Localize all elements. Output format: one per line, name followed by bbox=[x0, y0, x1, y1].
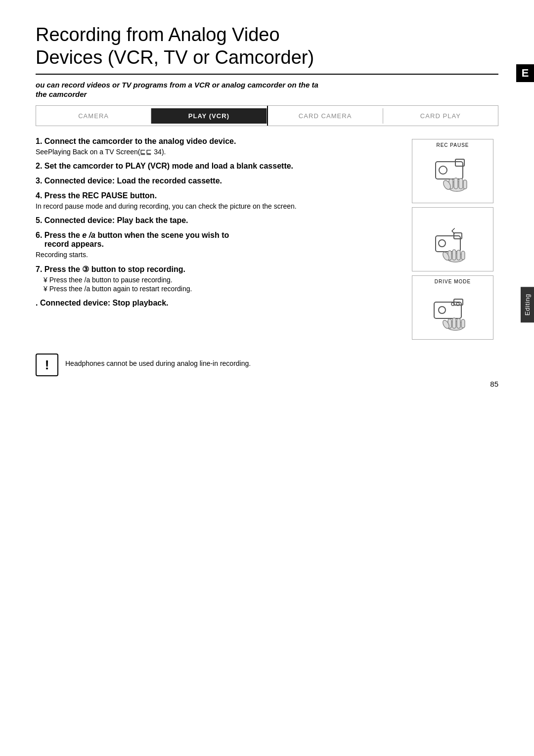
rec-pause-illustration bbox=[428, 155, 478, 200]
mode-tabs: CAMERA PLAY (VCR) CARD CAMERA CARD PLAY bbox=[36, 105, 498, 126]
step-5: 5. Connected device: Play back the tape. bbox=[36, 216, 402, 225]
tab-card-play[interactable]: CARD PLAY bbox=[383, 108, 498, 124]
record-illustration: ☇ bbox=[428, 223, 478, 268]
svg-rect-17 bbox=[461, 251, 465, 260]
side-images: REC PAUSE bbox=[412, 137, 498, 340]
svg-rect-6 bbox=[459, 178, 463, 189]
note-icon: ! bbox=[36, 354, 58, 376]
record-box: ☇ bbox=[412, 207, 493, 271]
svg-rect-26 bbox=[452, 318, 456, 328]
note-box: ! Headphones cannot be used during analo… bbox=[36, 354, 498, 376]
svg-rect-7 bbox=[463, 180, 467, 189]
rec-pause-label: REC PAUSE bbox=[412, 142, 493, 148]
svg-rect-15 bbox=[452, 250, 456, 260]
svg-text:☇: ☇ bbox=[450, 227, 455, 235]
step-2: 2. Set the camcorder to PLAY (VCR) mode … bbox=[36, 162, 402, 171]
e-badge: E bbox=[516, 64, 534, 82]
svg-rect-10 bbox=[436, 236, 460, 252]
step-4: 4. Press the REC PAUSE button. In record… bbox=[36, 191, 402, 210]
drive-mode-box: DRIVE MODE bbox=[412, 275, 493, 340]
svg-point-21 bbox=[439, 307, 445, 313]
svg-rect-0 bbox=[436, 162, 463, 179]
tab-camera[interactable]: CAMERA bbox=[36, 108, 151, 124]
step-1: 1. Connect the camcorder to the analog v… bbox=[36, 137, 402, 156]
intro-line1: ou can record videos or TV programs from… bbox=[36, 81, 498, 89]
title-divider bbox=[36, 74, 498, 75]
rec-pause-box: REC PAUSE bbox=[412, 139, 493, 203]
step-6: 6. Press the e /a button when the scene … bbox=[36, 231, 402, 259]
content-area: 1. Connect the camcorder to the analog v… bbox=[36, 137, 498, 340]
svg-rect-5 bbox=[454, 178, 458, 189]
tab-play-vcr[interactable]: PLAY (VCR) bbox=[151, 108, 267, 124]
drive-mode-illustration bbox=[428, 292, 478, 336]
svg-rect-28 bbox=[461, 319, 465, 328]
note-text: Headphones cannot be used during analog … bbox=[65, 354, 251, 369]
intro-line2: the camcorder bbox=[36, 90, 498, 98]
step-3: 3. Connected device: Load the recorded c… bbox=[36, 177, 402, 185]
svg-rect-16 bbox=[457, 250, 460, 260]
svg-point-12 bbox=[439, 240, 445, 247]
tab-card-camera[interactable]: CARD CAMERA bbox=[268, 108, 383, 124]
editing-tab: Editing bbox=[521, 287, 534, 322]
step-8: . Connected device: Stop playback. bbox=[36, 299, 402, 308]
svg-rect-27 bbox=[457, 318, 460, 328]
instructions: 1. Connect the camcorder to the analog v… bbox=[36, 137, 412, 340]
page-title: Recording from Analog Video Devices (VCR… bbox=[36, 24, 498, 69]
step-7: 7. Press the ③ button to stop recording.… bbox=[36, 265, 402, 293]
drive-mode-label: DRIVE MODE bbox=[412, 279, 493, 284]
svg-point-2 bbox=[439, 166, 447, 174]
page-number: 85 bbox=[490, 380, 498, 388]
